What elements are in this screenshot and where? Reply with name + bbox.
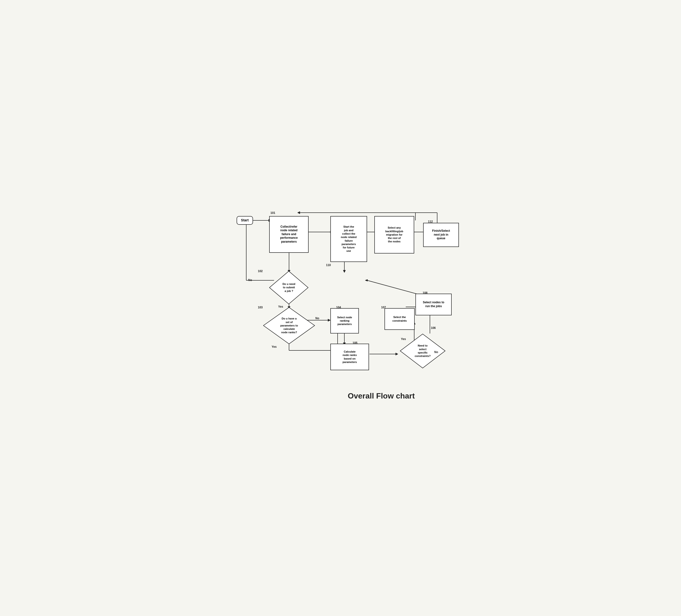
label-110: 110 — [326, 263, 331, 267]
node-105: Calculate node ranks based on parameters — [330, 344, 369, 370]
node-104: Select node ranking parameters — [330, 308, 359, 333]
svg-marker-39 — [298, 211, 300, 214]
label-yes2: Yes — [272, 345, 277, 349]
flowchart-diagram: Start 101 Collect/refer node related fai… — [232, 205, 449, 411]
node-106: Need to select specific constraints? — [400, 333, 446, 368]
start-node: Start — [236, 216, 253, 225]
label-no1: No — [248, 278, 252, 282]
svg-line-27 — [367, 280, 420, 295]
label-102: 102 — [258, 270, 263, 273]
label-103: 103 — [258, 306, 263, 309]
node-101: Collect/refer node related failure and p… — [269, 216, 309, 253]
svg-marker-30 — [343, 270, 346, 273]
label-no3: No — [434, 351, 438, 354]
node-107: Select the constraints — [384, 308, 415, 330]
svg-marker-16 — [328, 319, 330, 322]
label-101: 101 — [271, 211, 275, 214]
label-106: 106 — [431, 326, 436, 330]
node-109: Start the job and collect the node relat… — [330, 216, 367, 262]
node-103: Do u have a set of parameters to calcula… — [263, 307, 315, 344]
node-102: Do u need to submit a job ? — [269, 271, 309, 305]
page-title: Overall Flow chart — [348, 391, 415, 401]
node-112: Finish/Select next job in queue — [423, 223, 459, 247]
svg-marker-20 — [396, 353, 398, 355]
node-108: Select nodes to run the jobs — [415, 293, 452, 315]
node-111: Select any backfilling/job migration for… — [374, 216, 414, 254]
label-no2: No — [316, 316, 319, 320]
svg-marker-28 — [365, 279, 368, 281]
